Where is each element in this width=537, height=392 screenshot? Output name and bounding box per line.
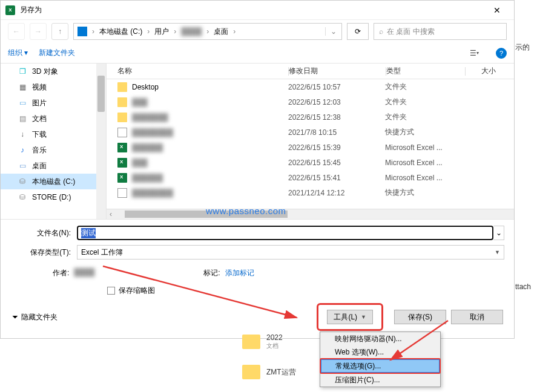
- bg-text: 示的: [515, 42, 537, 53]
- titlebar: X 另存为 ✕: [1, 1, 514, 20]
- excel-icon: [117, 158, 127, 168]
- new-folder-button[interactable]: 新建文件夹: [39, 48, 75, 58]
- breadcrumb[interactable]: › 本地磁盘 (C:) › 用户 › ████ › 桌面 › ⌄: [73, 23, 342, 40]
- picture-icon: ▭: [18, 98, 27, 108]
- back-button[interactable]: ←: [8, 23, 25, 40]
- sidebar-item-label: 音乐: [32, 145, 47, 155]
- tools-dropdown: 映射网络驱动器(N)... Web 选项(W)... 常规选项(G)... 压缩…: [320, 332, 441, 387]
- sidebar-item-label: 桌面: [32, 161, 47, 171]
- tag-value[interactable]: 添加标记: [225, 268, 254, 278]
- sidebar-item[interactable]: ▭桌面: [1, 158, 106, 174]
- folder-icon: [117, 97, 127, 107]
- toolbar: 组织 ▾ 新建文件夹 ☰▾ ?: [1, 43, 514, 64]
- link-icon: [117, 128, 127, 137]
- file-row[interactable]: ████████2021/12/14 12:12快捷方式: [107, 185, 514, 200]
- file-row[interactable]: ████████2021/7/8 10:15快捷方式: [107, 125, 514, 140]
- thumbnail-checkbox[interactable]: [107, 287, 115, 295]
- breadcrumb-users[interactable]: 用户: [152, 25, 171, 38]
- help-button[interactable]: ?: [496, 48, 507, 59]
- folder-icon: [117, 113, 127, 122]
- col-type[interactable]: 类型: [386, 66, 465, 76]
- file-row[interactable]: ███2022/6/15 15:45Microsoft Excel ...: [107, 155, 514, 170]
- file-name: ████████: [132, 189, 173, 197]
- breadcrumb-root[interactable]: 本地磁盘 (C:): [97, 25, 145, 38]
- sidebar-item[interactable]: ⛁本地磁盘 (C:): [1, 174, 106, 189]
- filetype-select[interactable]: Excel 工作簿▼: [77, 245, 504, 260]
- file-date: 2021/7/8 10:15: [288, 128, 385, 137]
- file-type: Microsoft Excel ...: [385, 143, 464, 152]
- tools-item-general[interactable]: 常规选项(G)...: [321, 359, 440, 373]
- sidebar: ❒3D 对象▦视频▭图片▤文档↓下载♪音乐▭桌面⛁本地磁盘 (C:)⛁STORE…: [1, 64, 107, 219]
- file-list[interactable]: Desktop2022/6/15 10:57文件夹███2022/6/15 12…: [107, 79, 514, 209]
- col-name[interactable]: 名称: [107, 66, 288, 76]
- sidebar-item[interactable]: ❒3D 对象: [1, 64, 106, 79]
- breadcrumb-dropdown[interactable]: ⌄: [325, 27, 341, 36]
- file-name: ██████: [132, 143, 163, 152]
- sidebar-scrollbar[interactable]: [96, 64, 106, 219]
- view-options-button[interactable]: ☰▾: [463, 45, 485, 61]
- hide-folders-link[interactable]: ⏷隐藏文件夹: [12, 312, 58, 322]
- sidebar-item[interactable]: ▦视频: [1, 79, 106, 95]
- dialog-title: 另存为: [20, 5, 485, 15]
- filetype-label: 保存类型(T):: [10, 247, 77, 258]
- video-icon: ▦: [18, 82, 27, 92]
- desktop-icon: ▭: [18, 161, 27, 171]
- save-button[interactable]: 保存(S): [394, 310, 446, 324]
- sidebar-item-label: 下载: [32, 129, 47, 140]
- file-type: Microsoft Excel ...: [385, 158, 464, 167]
- refresh-button[interactable]: ⟳: [347, 23, 369, 40]
- sidebar-item-label: 图片: [32, 98, 47, 108]
- sidebar-item[interactable]: ↓下载: [1, 126, 106, 142]
- file-date: 2022/6/15 15:39: [288, 143, 385, 152]
- sidebar-item-label: STORE (D:): [32, 193, 71, 201]
- sidebar-item-label: 3D 对象: [32, 67, 58, 77]
- file-name: ███: [132, 158, 148, 167]
- col-size[interactable]: 大小: [466, 66, 514, 76]
- file-type: 文件夹: [385, 82, 464, 92]
- file-type: 文件夹: [385, 97, 464, 107]
- tools-button[interactable]: 工具(L)▼: [327, 310, 373, 324]
- filename-input[interactable]: [77, 226, 493, 240]
- sidebar-item[interactable]: ▤文档: [1, 111, 106, 126]
- form-area: 文件名(N): ⌄ 保存类型(T): Excel 工作簿▼ 作者: ████ 标…: [1, 219, 514, 296]
- sidebar-item-label: 文档: [32, 114, 47, 124]
- cancel-button[interactable]: 取消: [451, 310, 503, 324]
- file-row[interactable]: ███2022/6/15 12:03文件夹: [107, 94, 514, 109]
- sidebar-item[interactable]: ♪音乐: [1, 142, 106, 158]
- tools-highlight: 工具(L)▼: [317, 303, 383, 331]
- breadcrumb-desktop[interactable]: 桌面: [211, 25, 231, 38]
- file-row[interactable]: ███████2022/6/15 12:38文件夹: [107, 109, 514, 125]
- tools-item-network[interactable]: 映射网络驱动器(N)...: [320, 332, 440, 345]
- col-date[interactable]: 修改日期: [289, 66, 386, 76]
- save-as-dialog: X 另存为 ✕ ← → ↑ › 本地磁盘 (C:) › 用户 › ████ › …: [0, 0, 515, 339]
- file-name: ███████: [132, 113, 168, 122]
- search-placeholder: 在 桌面 中搜索: [387, 27, 435, 37]
- tools-item-web[interactable]: Web 选项(W)...: [320, 345, 440, 359]
- thumbnail-label: 保存缩略图: [119, 286, 155, 296]
- sidebar-item-label: 视频: [32, 82, 47, 93]
- author-value[interactable]: ████: [74, 268, 94, 278]
- author-label: 作者:: [53, 268, 69, 278]
- bg-text: ttach: [515, 283, 537, 291]
- tools-item-compress[interactable]: 压缩图片(C)...: [320, 373, 440, 387]
- file-row[interactable]: ██████2022/6/15 15:39Microsoft Excel ...: [107, 140, 514, 155]
- file-row[interactable]: Desktop2022/6/15 10:57文件夹: [107, 79, 514, 94]
- search-input[interactable]: ⌕ 在 桌面 中搜索: [374, 23, 507, 40]
- filename-dropdown[interactable]: ⌄: [493, 226, 504, 240]
- file-type: Microsoft Excel ...: [385, 174, 464, 182]
- organize-menu[interactable]: 组织 ▾: [8, 48, 28, 58]
- sidebar-item[interactable]: ⛁STORE (D:): [1, 189, 106, 205]
- sidebar-item[interactable]: ▭图片: [1, 95, 106, 111]
- close-button[interactable]: ✕: [485, 5, 509, 15]
- file-row[interactable]: ██████2022/6/15 15:41Microsoft Excel ...: [107, 170, 514, 185]
- cube-icon: ❒: [18, 67, 27, 76]
- file-name: Desktop: [132, 83, 159, 91]
- file-name: ██████: [132, 174, 163, 182]
- music-icon: ♪: [18, 145, 27, 155]
- horizontal-scrollbar[interactable]: ‹: [107, 209, 514, 219]
- up-button[interactable]: ↑: [51, 23, 68, 40]
- forward-button[interactable]: →: [30, 23, 47, 40]
- breadcrumb-user[interactable]: ████: [179, 26, 204, 37]
- column-headers: 名称 修改日期 类型 大小: [107, 64, 514, 79]
- nav-bar: ← → ↑ › 本地磁盘 (C:) › 用户 › ████ › 桌面 › ⌄ ⟳…: [1, 20, 514, 43]
